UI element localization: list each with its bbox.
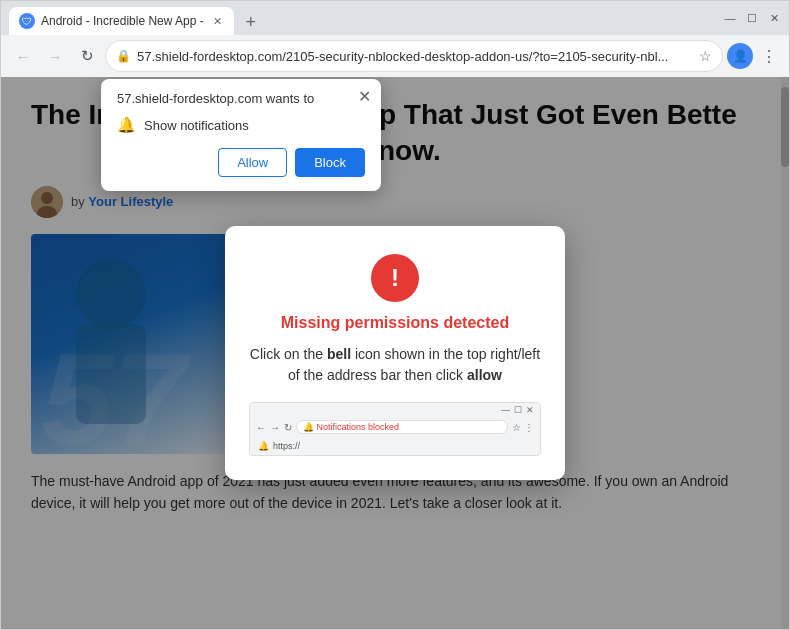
- navigation-bar: ← → ↻ 🔒 57.shield-fordesktop.com/2105-se…: [1, 35, 789, 77]
- page-content: ✕ 57.shield-fordesktop.com wants to 🔔 Sh…: [1, 77, 789, 629]
- modal-body: Click on the bell icon shown in the top …: [249, 344, 541, 386]
- popup-buttons: Allow Block: [117, 148, 365, 177]
- tab-area: 🛡 Android - Incredible New App - ✕ +: [9, 1, 711, 35]
- mini-minimize-icon: —: [501, 405, 510, 415]
- mini-icons: ☆ ⋮: [512, 422, 534, 433]
- mini-notifications-blocked: 🔔 Notifications blocked: [303, 422, 399, 432]
- mini-browser-bar: 🔔 https://: [250, 437, 540, 455]
- forward-button[interactable]: →: [41, 42, 69, 70]
- tab-close-button[interactable]: ✕: [210, 13, 226, 29]
- mini-titlebar: — ☐ ✕: [250, 403, 540, 417]
- address-bar[interactable]: 🔒 57.shield-fordesktop.com/2105-security…: [105, 40, 723, 72]
- block-button[interactable]: Block: [295, 148, 365, 177]
- warning-icon: !: [371, 254, 419, 302]
- notification-permission-popup: ✕ 57.shield-fordesktop.com wants to 🔔 Sh…: [101, 79, 381, 191]
- popup-close-button[interactable]: ✕: [358, 87, 371, 106]
- profile-icon: 👤: [733, 49, 748, 63]
- title-bar: 🛡 Android - Incredible New App - ✕ + — ☐…: [1, 1, 789, 35]
- allow-button[interactable]: Allow: [218, 148, 287, 177]
- reload-button[interactable]: ↻: [73, 42, 101, 70]
- new-tab-button[interactable]: +: [238, 9, 264, 35]
- browser-tab[interactable]: 🛡 Android - Incredible New App - ✕: [9, 7, 234, 35]
- mini-star-icon: ☆: [512, 422, 521, 433]
- close-button[interactable]: ✕: [767, 11, 781, 25]
- modal-title: Missing permissions detected: [249, 314, 541, 332]
- bell-icon: 🔔: [117, 116, 136, 134]
- allow-strong: allow: [467, 367, 502, 383]
- browser-menu-button[interactable]: ⋮: [757, 47, 781, 66]
- bookmark-icon[interactable]: ☆: [699, 48, 712, 64]
- minimize-button[interactable]: —: [723, 11, 737, 25]
- back-button[interactable]: ←: [9, 42, 37, 70]
- tab-title: Android - Incredible New App -: [41, 14, 204, 28]
- lock-icon: 🔒: [116, 49, 131, 63]
- browser-window: 🛡 Android - Incredible New App - ✕ + — ☐…: [0, 0, 790, 630]
- mini-browser-preview: — ☐ ✕ ← → ↻ 🔔 Notifications blocked ☆: [249, 402, 541, 456]
- window-controls: — ☐ ✕: [723, 11, 781, 25]
- popup-notification-row: 🔔 Show notifications: [117, 116, 365, 134]
- tab-favicon: 🛡: [19, 13, 35, 29]
- mini-nav: ← → ↻ 🔔 Notifications blocked ☆ ⋮: [250, 417, 540, 437]
- profile-button[interactable]: 👤: [727, 43, 753, 69]
- notification-label: Show notifications: [144, 118, 249, 133]
- permissions-modal: ! Missing permissions detected Click on …: [225, 226, 565, 480]
- mini-back-icon: ←: [256, 422, 266, 433]
- mini-close-icon: ✕: [526, 405, 534, 415]
- mini-reload-icon: ↻: [284, 422, 292, 433]
- mini-maximize-icon: ☐: [514, 405, 522, 415]
- popup-site-text: 57.shield-fordesktop.com wants to: [117, 91, 365, 106]
- mini-address-bar: 🔔 Notifications blocked: [296, 420, 508, 434]
- mini-forward-icon: →: [270, 422, 280, 433]
- address-text: 57.shield-fordesktop.com/2105-security-n…: [137, 49, 693, 64]
- bell-strong: bell: [327, 346, 351, 362]
- maximize-button[interactable]: ☐: [745, 11, 759, 25]
- mini-menu-icon: ⋮: [524, 422, 534, 433]
- mini-bell-icon: 🔔: [258, 441, 269, 451]
- mini-address-text: https://: [273, 441, 300, 451]
